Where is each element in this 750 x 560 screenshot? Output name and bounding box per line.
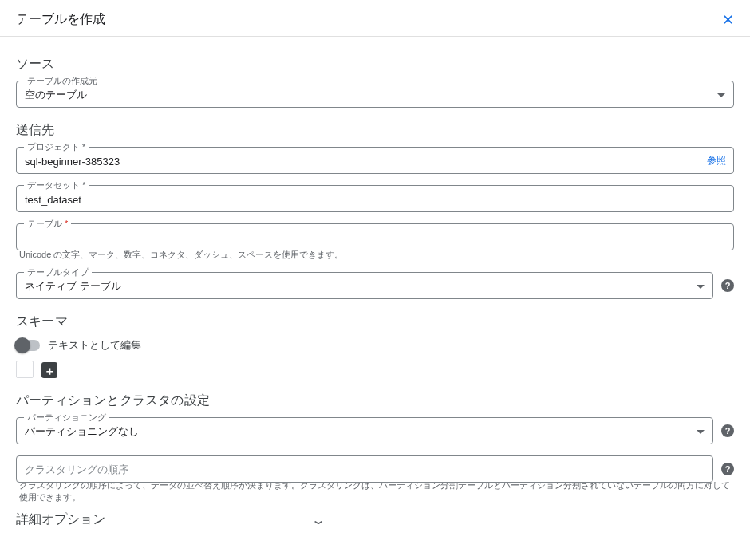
- dataset-value: test_dataset: [25, 194, 725, 206]
- chevron-down-icon: [697, 430, 705, 434]
- clustering-field[interactable]: クラスタリングの順序: [16, 455, 713, 483]
- close-icon[interactable]: ✕: [722, 13, 734, 27]
- source-from-value: 空のテーブル: [25, 88, 717, 102]
- browse-link[interactable]: 参照: [707, 154, 726, 168]
- partition-heading: パーティションとクラスタの設定: [16, 392, 734, 409]
- table-type-label: テーブルタイプ: [24, 266, 92, 278]
- schema-toggle-label: テキストとして編集: [48, 338, 141, 353]
- chevron-down-icon: [697, 285, 705, 289]
- source-heading: ソース: [16, 56, 734, 73]
- source-from-label: テーブルの作成元: [24, 75, 101, 87]
- advanced-heading: 詳細オプション: [16, 511, 105, 528]
- dataset-label: データセット *: [24, 179, 89, 191]
- partitioning-value: パーティショニングなし: [25, 424, 697, 439]
- clustering-hint: クラスタリングの順序によって、データの並べ替え順序が決まります。クラスタリングは…: [19, 479, 734, 503]
- table-name-hint: Unicode の文字、マーク、数字、コネクタ、ダッシュ、スペースを使用できます…: [19, 249, 734, 261]
- schema-heading: スキーマ: [16, 314, 734, 330]
- dataset-field[interactable]: データセット * test_dataset: [16, 185, 734, 212]
- project-field[interactable]: プロジェクト * sql-beginner-385323 参照: [16, 147, 734, 174]
- schema-empty-box: [16, 361, 34, 378]
- table-name-field[interactable]: テーブル *: [16, 223, 734, 250]
- destination-heading: 送信先: [16, 122, 734, 139]
- source-from-field[interactable]: テーブルの作成元 空のテーブル: [16, 81, 734, 108]
- schema-text-toggle[interactable]: [16, 340, 40, 351]
- table-name-label: テーブル *: [24, 218, 71, 230]
- help-icon[interactable]: ?: [721, 463, 734, 475]
- partitioning-label: パーティショニング: [24, 412, 109, 424]
- partitioning-field[interactable]: パーティショニング パーティショニングなし: [16, 417, 713, 444]
- project-value: sql-beginner-385323: [25, 156, 725, 168]
- help-icon[interactable]: ?: [721, 279, 734, 292]
- table-type-field[interactable]: テーブルタイプ ネイティブ テーブル: [16, 272, 713, 299]
- add-field-button[interactable]: ＋: [41, 362, 57, 378]
- help-icon[interactable]: ?: [721, 424, 734, 437]
- chevron-down-icon: ⌄: [310, 512, 326, 527]
- dialog-title: テーブルを作成: [16, 11, 105, 28]
- advanced-options-toggle[interactable]: 詳細オプション ⌄: [16, 511, 734, 528]
- project-label: プロジェクト *: [24, 141, 89, 153]
- table-type-value: ネイティブ テーブル: [25, 279, 697, 294]
- chevron-down-icon: [717, 93, 725, 97]
- clustering-placeholder: クラスタリングの順序: [25, 463, 705, 477]
